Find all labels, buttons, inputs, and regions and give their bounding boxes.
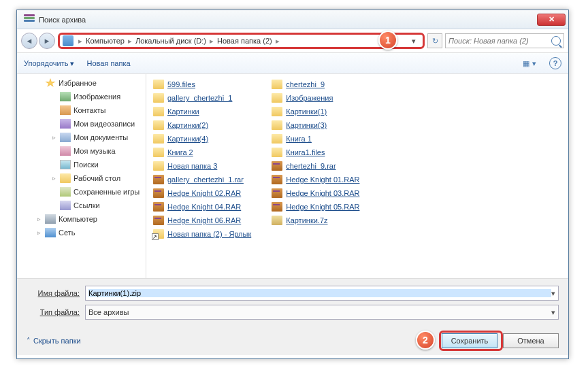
file-item[interactable]: Книга 2 — [153, 146, 251, 158]
tree-label: Ссылки — [74, 201, 100, 209]
file-name: Картинки(1) — [286, 107, 327, 116]
folder-icon — [153, 134, 164, 144]
file-item[interactable]: 599.files — [153, 78, 251, 90]
mus-icon — [60, 146, 71, 156]
file-name: Новая папка 3 — [167, 162, 217, 170]
game-icon — [60, 187, 71, 197]
tree-expander[interactable]: ▹ — [52, 134, 60, 141]
file-item[interactable]: Hedge Knight 05.RAR — [272, 201, 359, 213]
file-item[interactable]: Картинки(1) — [272, 105, 359, 118]
lnk-icon — [153, 229, 164, 239]
tree-label: Сохраненные игры — [74, 188, 140, 196]
file-item[interactable]: Hedge Knight 03.RAR — [272, 187, 359, 199]
file-item[interactable]: Картинки(2) — [153, 119, 251, 131]
file-item[interactable]: Hedge Knight 06.RAR — [153, 214, 251, 226]
search-input[interactable] — [448, 37, 551, 45]
breadcrumb-dropdown[interactable]: ▾ — [408, 37, 420, 46]
tree-item[interactable]: Мои видеозаписи — [17, 117, 146, 131]
tree-expander[interactable]: ▹ — [52, 175, 60, 182]
organize-menu[interactable]: Упорядочить ▾ — [24, 59, 74, 68]
tree-item[interactable]: Избранное — [17, 76, 146, 90]
crumb-drive[interactable]: Локальный диск (D:) — [134, 37, 208, 45]
refresh-button[interactable]: ↻ — [427, 33, 442, 48]
sidebar-tree[interactable]: ИзбранноеИзображенияКонтактыМои видеозап… — [17, 74, 146, 278]
file-item[interactable]: Картинки — [153, 105, 251, 118]
filename-dropdown[interactable]: ▾ — [551, 289, 555, 298]
file-name: Hedge Knight 06.RAR — [167, 216, 241, 224]
tree-label: Избранное — [59, 79, 97, 87]
tree-item[interactable]: Контакты — [17, 103, 146, 117]
rar-icon — [272, 175, 282, 184]
chevron-right-icon[interactable]: ▸ — [208, 37, 216, 46]
app-icon — [24, 14, 35, 25]
crumb-computer[interactable]: Компьютер — [84, 37, 126, 45]
file-name: Hedge Knight 02.RAR — [167, 189, 241, 197]
file-list[interactable]: 599.filesgallery_chertezhi_1КартинкиКарт… — [146, 74, 568, 278]
search-box[interactable] — [445, 33, 564, 48]
file-item[interactable]: Hedge Knight 01.RAR — [272, 173, 359, 186]
rar-icon — [153, 202, 164, 212]
chevron-right-icon[interactable]: ▸ — [76, 37, 84, 46]
titlebar[interactable]: Поиск архива ✕ — [17, 10, 568, 29]
file-item[interactable]: gallery_chertezhi_1.rar — [153, 173, 251, 186]
tree-expander[interactable]: ▹ — [37, 229, 45, 236]
filetype-value: Все архивы — [88, 308, 129, 316]
file-item[interactable]: chertezhi_9 — [272, 78, 359, 90]
search-icon[interactable] — [551, 36, 561, 46]
tree-item[interactable]: ▹Сеть — [17, 226, 146, 239]
file-item[interactable]: Картинки.7z — [272, 214, 359, 226]
help-button[interactable]: ? — [549, 57, 561, 69]
filename-field[interactable]: ▾ — [85, 286, 559, 301]
file-name: Картинки(3) — [286, 121, 327, 129]
chevron-right-icon[interactable]: ▸ — [274, 37, 282, 46]
tree-item[interactable]: Ссылки — [17, 199, 146, 212]
tree-item[interactable]: ▹Рабочий стол — [17, 171, 146, 185]
filetype-dropdown[interactable]: ▾ — [551, 308, 555, 317]
file-name: Картинки(2) — [167, 121, 208, 129]
file-item[interactable]: Hedge Knight 04.RAR — [153, 201, 251, 213]
close-button[interactable]: ✕ — [537, 14, 566, 26]
file-item[interactable]: Книга1.files — [272, 146, 359, 158]
cancel-button[interactable]: Отмена — [503, 333, 559, 348]
breadcrumb-bar[interactable]: ▸ Компьютер ▸ Локальный диск (D:) ▸ Нова… — [58, 33, 425, 49]
new-folder-button[interactable]: Новая папка — [86, 59, 130, 67]
save-button[interactable]: Сохранить — [442, 333, 497, 348]
tree-item[interactable]: Поиски — [17, 158, 146, 171]
crumb-folder[interactable]: Новая папка (2) — [216, 37, 274, 45]
tree-label: Сеть — [59, 229, 75, 237]
folder-icon — [272, 134, 282, 144]
save-dialog: Поиск архива ✕ ◄ ► ▸ Компьютер ▸ Локальн… — [16, 10, 569, 359]
filetype-select[interactable]: Все архивы ▾ — [85, 305, 559, 320]
tree-item[interactable]: Моя музыка — [17, 144, 146, 158]
tree-item[interactable]: ▹Компьютер — [17, 212, 146, 226]
tree-item[interactable]: Сохраненные игры — [17, 185, 146, 199]
file-name: Hedge Knight 05.RAR — [286, 203, 359, 211]
tree-item[interactable]: Изображения — [17, 90, 146, 103]
file-item[interactable]: gallery_chertezhi_1 — [153, 92, 251, 104]
file-item[interactable]: Книга 1 — [272, 133, 359, 145]
tree-item[interactable]: ▹Мои документы — [17, 131, 146, 144]
link-icon — [60, 201, 71, 210]
file-item[interactable]: Новая папка (2) - Ярлык — [153, 228, 251, 240]
file-name: Новая папка (2) - Ярлык — [167, 230, 251, 238]
file-item[interactable]: Новая папка 3 — [153, 160, 251, 172]
folder-icon — [153, 148, 164, 157]
tree-expander[interactable]: ▹ — [37, 216, 45, 222]
forward-button[interactable]: ► — [39, 33, 55, 49]
file-item[interactable]: Картинки(4) — [153, 133, 251, 145]
file-name: Картинки.7z — [286, 216, 327, 224]
file-item[interactable]: Hedge Knight 02.RAR — [153, 187, 251, 199]
file-item[interactable]: Изображения — [272, 92, 359, 104]
folder-icon — [153, 80, 164, 89]
hide-folders-link[interactable]: ˄ Скрыть папки — [27, 337, 81, 346]
back-button[interactable]: ◄ — [21, 33, 37, 49]
filename-input[interactable] — [88, 289, 551, 297]
file-item[interactable]: chertezhi_9.rar — [272, 160, 359, 172]
file-name: Hedge Knight 03.RAR — [286, 189, 359, 197]
folder-icon — [272, 80, 282, 89]
sz-icon — [272, 216, 282, 225]
chevron-right-icon[interactable]: ▸ — [126, 37, 134, 46]
file-name: 599.files — [167, 80, 195, 88]
file-item[interactable]: Картинки(3) — [272, 119, 359, 131]
view-options-button[interactable]: ▦ ▾ — [522, 56, 537, 71]
